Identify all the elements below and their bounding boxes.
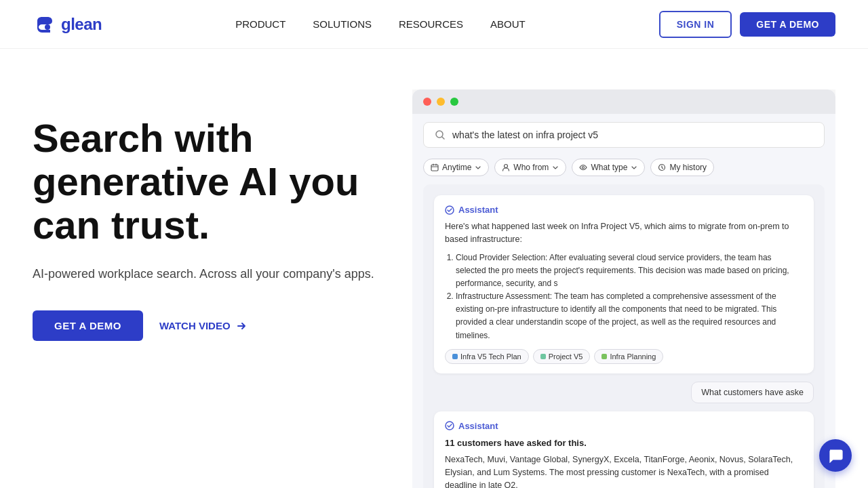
second-reply-detail: NexaTech, Muvi, Vantage Global, SynergyX… xyxy=(445,453,803,488)
logo[interactable]: glean xyxy=(33,12,102,37)
assistant-name-2: Assistant xyxy=(458,421,498,431)
filter-what-type[interactable]: What type xyxy=(572,159,645,176)
filter-anytime-label: Anytime xyxy=(442,163,471,172)
glean-logo-icon xyxy=(33,12,57,37)
filter-bar: Anytime Who from xyxy=(412,156,835,184)
search-bar[interactable]: what's the latest on infra project v5 xyxy=(423,122,825,148)
tag-infra-v5[interactable]: Infra V5 Tech Plan xyxy=(445,349,529,364)
nav-product[interactable]: PRODUCT xyxy=(235,18,285,30)
cta-buttons: GET A DEMO WATCH VIDEO xyxy=(33,310,385,341)
filter-who-from[interactable]: Who from xyxy=(494,159,566,176)
get-demo-hero-button[interactable]: GET A DEMO xyxy=(33,310,143,341)
filter-my-history[interactable]: My history xyxy=(650,159,714,176)
list-item-1: Cloud Provider Selection: After evaluati… xyxy=(456,251,803,291)
list-item-2: Infrastructure Assessment: The team has … xyxy=(456,290,803,342)
search-icon xyxy=(435,129,446,140)
assistant-bubble-2: Assistant 11 customers have asked for th… xyxy=(434,411,814,488)
first-reply-tags: Infra V5 Tech Plan Project V5 Infra Plan… xyxy=(445,349,803,364)
window-maximize-dot xyxy=(450,98,458,106)
search-query-text: what's the latest on infra project v5 xyxy=(452,129,598,140)
watch-video-button[interactable]: WATCH VIDEO xyxy=(159,320,247,331)
first-reply-list: Cloud Provider Selection: After evaluati… xyxy=(445,251,803,342)
app-window: what's the latest on infra project v5 An… xyxy=(412,89,835,488)
svg-point-1 xyxy=(45,24,50,30)
filter-whattype-label: What type xyxy=(591,163,627,172)
assistant-bubble-1: Assistant Here's what happened last week… xyxy=(434,195,814,373)
chevron-down-icon3 xyxy=(631,164,637,171)
navbar: glean PRODUCT SOLUTIONS RESOURCES ABOUT … xyxy=(0,0,868,49)
tag-infra-planning[interactable]: Infra Planning xyxy=(594,349,663,364)
assistant-name-1: Assistant xyxy=(458,205,498,215)
nav-actions: SIGN IN GET A DEMO xyxy=(659,11,835,38)
get-demo-nav-button[interactable]: GET A DEMO xyxy=(740,12,835,37)
signin-button[interactable]: SIGN IN xyxy=(659,11,732,38)
clock-icon xyxy=(658,163,666,171)
chevron-down-icon xyxy=(475,164,481,171)
chat-area: Assistant Here's what happened last week… xyxy=(423,184,825,488)
svg-point-4 xyxy=(505,165,508,168)
main-content: Search with generative AI you can trust.… xyxy=(0,49,868,488)
first-reply-intro: Here's what happened last week on Infra … xyxy=(445,220,803,246)
nav-links: PRODUCT SOLUTIONS RESOURCES ABOUT xyxy=(235,18,526,30)
watch-video-label: WATCH VIDEO xyxy=(159,320,231,331)
hero-subtitle: AI-powered workplace search. Across all … xyxy=(33,265,385,283)
hero-title: Search with generative AI you can trust. xyxy=(33,117,385,246)
second-reply-count: 11 customers have asked for this. xyxy=(445,436,803,450)
nav-resources[interactable]: RESOURCES xyxy=(399,18,463,30)
eye-icon xyxy=(579,163,587,171)
chat-fab-icon xyxy=(828,448,843,463)
filter-anytime[interactable]: Anytime xyxy=(423,159,489,176)
nav-about[interactable]: ABOUT xyxy=(490,18,526,30)
window-close-dot xyxy=(423,98,431,106)
window-minimize-dot xyxy=(437,98,445,106)
tag-dot-3 xyxy=(601,354,607,359)
calendar-icon xyxy=(431,163,439,171)
filter-whofrom-label: Who from xyxy=(513,163,549,172)
svg-rect-3 xyxy=(431,165,438,171)
filter-history-label: My history xyxy=(669,163,707,172)
nav-solutions[interactable]: SOLUTIONS xyxy=(313,18,372,30)
chevron-down-icon2 xyxy=(552,164,559,171)
arrow-right-icon xyxy=(236,321,247,331)
window-titlebar xyxy=(412,89,835,114)
tag-dot-1 xyxy=(452,354,458,359)
logo-text: glean xyxy=(61,15,102,34)
user-message-row: What customers have aske xyxy=(434,382,814,403)
svg-point-5 xyxy=(583,167,585,169)
assistant-icon-1 xyxy=(445,205,454,215)
chat-fab-button[interactable] xyxy=(819,439,852,472)
assistant-icon-2 xyxy=(445,421,454,430)
tag-label-3: Infra Planning xyxy=(610,352,656,361)
assistant-label-2: Assistant xyxy=(445,421,803,431)
assistant-label-1: Assistant xyxy=(445,205,803,215)
hero-panel: Search with generative AI you can trust.… xyxy=(33,89,385,341)
user-bubble: What customers have aske xyxy=(691,382,814,403)
person-icon xyxy=(502,163,510,171)
tag-label-2: Project V5 xyxy=(549,352,583,361)
tag-label-1: Infra V5 Tech Plan xyxy=(460,352,521,361)
app-preview-panel: what's the latest on infra project v5 An… xyxy=(412,89,835,488)
tag-project-v5[interactable]: Project V5 xyxy=(533,349,591,364)
tag-dot-2 xyxy=(540,354,546,359)
